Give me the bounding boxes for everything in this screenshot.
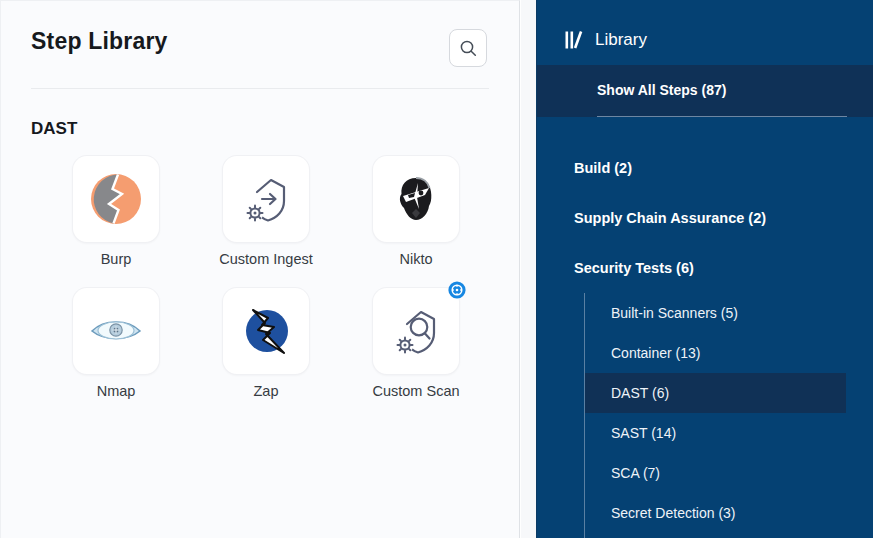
step-card [73, 156, 159, 242]
step-tile-custom-scan[interactable]: Custom Scan [341, 288, 491, 399]
burp-logo [90, 173, 142, 225]
step-label: Burp [101, 251, 132, 267]
show-all-steps-item[interactable]: Show All Steps (87) [537, 65, 873, 117]
nav-item-secret-detection[interactable]: Secret Detection (3) [585, 493, 846, 533]
step-label: Nikto [399, 251, 432, 267]
sidebar-header: Library [537, 0, 873, 59]
library-sidebar: Library Show All Steps (87) Build (2) Su… [536, 0, 873, 538]
step-tile-burp[interactable]: Burp [41, 156, 191, 267]
panel-gap [521, 0, 536, 538]
step-card [73, 288, 159, 374]
security-tests-subnav: Built-in Scanners (5) Container (13) DAS… [584, 293, 846, 538]
step-library-page: Step Library DAST Burp [0, 0, 873, 538]
step-card [373, 288, 459, 374]
search-button[interactable] [449, 29, 487, 67]
step-tile-nmap[interactable]: Nmap [41, 288, 191, 399]
nav-item-container[interactable]: Container (13) [585, 333, 846, 373]
nikto-logo [392, 175, 440, 223]
nav-item-built-in-scanners[interactable]: Built-in Scanners (5) [585, 293, 846, 333]
nav-item-build[interactable]: Build (2) [537, 143, 873, 193]
page-title: Step Library [31, 28, 168, 55]
nav-item-security-tests[interactable]: Security Tests (6) [537, 243, 873, 293]
section-heading-dast: DAST [31, 119, 77, 139]
step-label: Zap [254, 383, 279, 399]
step-label: Custom Ingest [219, 251, 313, 267]
steps-grid: Burp [41, 156, 491, 399]
search-icon [459, 39, 478, 58]
step-label: Custom Scan [372, 383, 459, 399]
nav-item-sca[interactable]: SCA (7) [585, 453, 846, 493]
nav-item-sast[interactable]: SAST (14) [585, 413, 846, 453]
step-label: Nmap [97, 383, 136, 399]
custom-ingest-icon [240, 173, 292, 225]
custom-scan-icon [390, 305, 442, 357]
step-library-panel: Step Library DAST Burp [0, 0, 520, 538]
step-tile-nikto[interactable]: Nikto [341, 156, 491, 267]
library-icon [564, 30, 584, 50]
show-all-steps-label: Show All Steps (87) [597, 65, 726, 116]
header-divider [31, 88, 489, 89]
nav-item-supply-chain-assurance[interactable]: Supply Chain Assurance (2) [537, 193, 873, 243]
gear-glyph [247, 205, 264, 222]
sidebar-title: Library [595, 30, 647, 50]
integration-wheel-badge-icon [448, 281, 466, 299]
zap-logo [240, 305, 292, 357]
nmap-logo [89, 314, 143, 348]
step-card [223, 156, 309, 242]
gear-glyph [397, 337, 414, 354]
step-card [223, 288, 309, 374]
step-tile-custom-ingest[interactable]: Custom Ingest [191, 156, 341, 267]
step-tile-zap[interactable]: Zap [191, 288, 341, 399]
category-nav: Build (2) Supply Chain Assurance (2) Sec… [537, 117, 873, 538]
nav-item-dast[interactable]: DAST (6) [585, 373, 846, 413]
step-card [373, 156, 459, 242]
